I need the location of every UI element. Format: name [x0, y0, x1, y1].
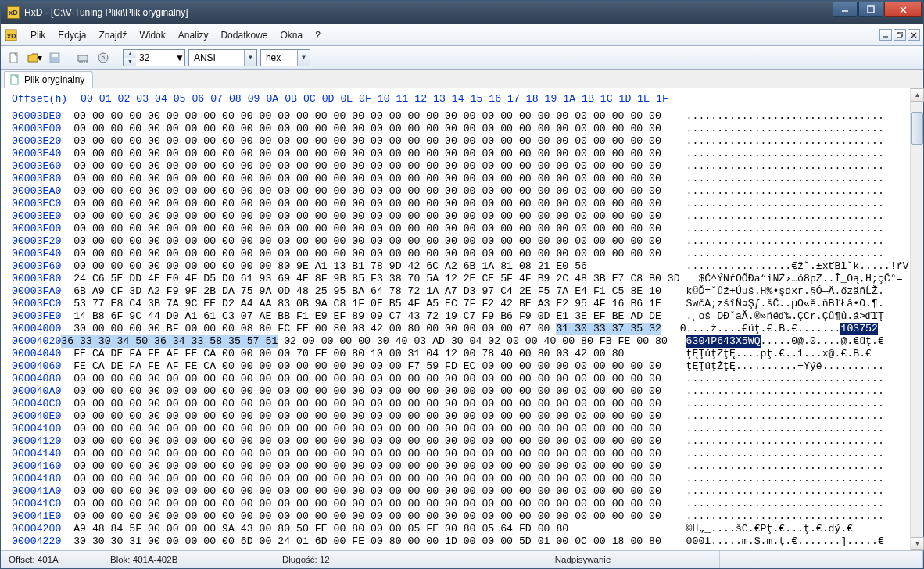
status-length: Długość: 12	[274, 551, 446, 568]
menu-app-icon: xD	[4, 28, 18, 42]
window-title: HxD - [C:\V-Tuning Pliki\Plik oryginalny…	[24, 7, 832, 18]
mdi-restore-button[interactable]	[894, 29, 906, 41]
document-tabs: Plik oryginalny	[1, 70, 923, 88]
toolbar: ▾ ▲▼ ▼ ▼ ▼	[1, 46, 923, 70]
dropdown-icon[interactable]: ▼	[175, 52, 184, 63]
dropdown-icon[interactable]: ▼	[297, 50, 310, 66]
svg-rect-8	[897, 34, 901, 38]
menu-analizy[interactable]: Analizy	[172, 27, 215, 43]
svg-rect-14	[52, 54, 58, 57]
spin-up-icon[interactable]: ▲	[124, 50, 136, 58]
encoding-input[interactable]	[189, 50, 244, 66]
hex-editor[interactable]: Offset(h) 00 01 02 03 04 05 06 07 08 09 …	[1, 88, 923, 550]
menu-znajdź[interactable]: Znajdź	[92, 27, 133, 43]
maximize-button[interactable]	[858, 2, 883, 17]
disk-icon[interactable]	[95, 49, 112, 66]
statusbar: Offset: 401A Blok: 401A-402B Długość: 12…	[1, 550, 923, 568]
menu-?[interactable]: ?	[309, 27, 327, 43]
open-file-icon[interactable]: ▾	[26, 49, 43, 66]
bytes-per-row-input[interactable]	[136, 50, 175, 66]
svg-point-21	[102, 56, 105, 59]
tab-plik-oryginalny[interactable]: Plik oryginalny	[4, 71, 93, 88]
vertical-scrollbar[interactable]: ▲ ▼	[910, 88, 923, 550]
svg-rect-1	[868, 6, 874, 13]
spin-down-icon[interactable]: ▼	[124, 58, 136, 66]
menu-widok[interactable]: Widok	[133, 27, 171, 43]
mdi-close-button[interactable]	[908, 29, 920, 41]
close-button[interactable]	[884, 2, 922, 17]
dropdown-icon[interactable]: ▼	[244, 50, 256, 66]
menu-plik[interactable]: Plik	[24, 27, 52, 43]
file-icon	[9, 74, 20, 85]
ram-icon[interactable]	[74, 49, 91, 66]
status-block: Blok: 401A-402B	[102, 551, 274, 568]
menubar: xD PlikEdycjaZnajdźWidokAnalizyDodatkowe…	[1, 24, 923, 46]
save-file-icon[interactable]	[46, 49, 63, 66]
status-mode: Nadpisywanie	[446, 551, 720, 568]
mdi-minimize-button[interactable]	[879, 29, 892, 41]
encoding-combo[interactable]: ▼	[188, 49, 257, 66]
base-input[interactable]	[261, 50, 297, 66]
status-offset: Offset: 401A	[1, 551, 102, 568]
new-file-icon[interactable]	[5, 49, 23, 66]
tab-label: Plik oryginalny	[24, 74, 84, 85]
menu-okna[interactable]: Okna	[274, 27, 309, 43]
svg-rect-15	[78, 55, 88, 61]
bytes-per-row-spinner[interactable]: ▲▼ ▼	[123, 49, 185, 66]
scroll-up-icon[interactable]: ▲	[911, 88, 924, 102]
main-window: xD HxD - [C:\V-Tuning Pliki\Plik orygina…	[0, 0, 924, 569]
base-combo[interactable]: ▼	[260, 49, 310, 66]
scroll-thumb[interactable]	[911, 112, 923, 145]
app-icon: xD	[7, 6, 20, 19]
menu-edycja[interactable]: Edycja	[52, 27, 92, 43]
minimize-button[interactable]	[833, 2, 858, 17]
menu-dodatkowe[interactable]: Dodatkowe	[214, 27, 274, 43]
titlebar[interactable]: xD HxD - [C:\V-Tuning Pliki\Plik orygina…	[1, 1, 923, 24]
scroll-down-icon[interactable]: ▼	[911, 537, 924, 550]
svg-text:xD: xD	[7, 32, 16, 40]
